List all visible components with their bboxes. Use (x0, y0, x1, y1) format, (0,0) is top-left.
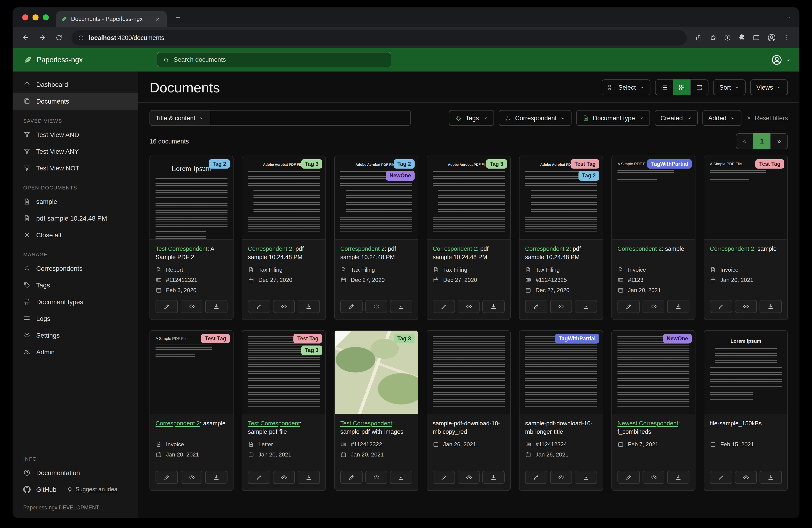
sidebar-item-test-view-any[interactable]: Test View ANY (13, 143, 138, 160)
reset-filters-button[interactable]: Reset filters (746, 114, 788, 122)
sidebar-open-document-pdf-sample[interactable]: pdf-sample 10.24.48 PM (13, 210, 138, 227)
view-grid-button[interactable] (673, 80, 691, 95)
document-thumbnail[interactable] (427, 331, 510, 414)
edit-document-button[interactable] (618, 300, 639, 313)
edit-document-button[interactable] (525, 471, 547, 484)
document-card[interactable]: A Simple PDF File TagWithPartial Corresp… (611, 156, 695, 320)
side-panel-icon[interactable] (753, 34, 760, 41)
document-thumbnail[interactable]: NewOne (612, 331, 695, 414)
share-icon[interactable] (695, 34, 702, 41)
view-document-button[interactable] (365, 471, 387, 484)
download-document-button[interactable] (298, 300, 320, 313)
pagination-next[interactable]: » (770, 133, 788, 149)
document-correspondent-link[interactable]: Correspondent 2 (248, 245, 292, 252)
edit-document-button[interactable] (340, 300, 362, 313)
document-correspondent-link[interactable]: Correspondent 2 (433, 245, 477, 252)
view-document-button[interactable] (365, 300, 387, 313)
document-card[interactable]: Adobe Acrobat PDF Files Tag 3 Correspond… (242, 156, 326, 320)
close-window-button[interactable] (22, 14, 28, 20)
tag-badge[interactable]: Tag 2 (394, 159, 415, 169)
suggest-idea-link[interactable]: Suggest an idea (67, 486, 117, 493)
view-document-button[interactable] (735, 300, 757, 313)
maximize-window-button[interactable] (43, 14, 49, 20)
document-thumbnail[interactable]: A Simple PDF File Test Tag (150, 331, 233, 414)
document-thumbnail[interactable]: Adobe Acrobat PDF Files Tag 3 (427, 156, 510, 240)
edit-document-button[interactable] (156, 300, 177, 313)
document-thumbnail[interactable]: Test TagTag 3 (242, 331, 325, 414)
document-correspondent-link[interactable]: Correspondent 2 (710, 245, 754, 252)
download-document-button[interactable] (390, 300, 412, 313)
tag-badge[interactable]: Tag 2 (209, 159, 230, 169)
download-document-button[interactable] (760, 300, 782, 313)
search-input[interactable] (174, 56, 385, 63)
document-card[interactable]: TagWithPartial sample-pdf-download-10-mb… (519, 330, 603, 491)
document-card[interactable]: Tag 3 Test Correspondent: sample-pdf-wit… (334, 330, 418, 491)
sidebar-open-document-sample[interactable]: sample (13, 193, 138, 210)
added-filter-button[interactable]: Added (702, 110, 741, 126)
document-thumbnail[interactable]: A Simple PDF File Test Tag (704, 156, 787, 240)
download-document-button[interactable] (483, 300, 505, 313)
browser-menu-kebab-icon[interactable] (783, 34, 791, 41)
tag-badge[interactable]: Tag 3 (486, 159, 507, 169)
download-document-button[interactable] (298, 471, 320, 484)
view-document-button[interactable] (550, 471, 572, 484)
extensions-puzzle-icon[interactable] (738, 34, 745, 41)
document-thumbnail[interactable]: Adobe Acrobat PDF Files Tag 3 (242, 156, 325, 240)
download-document-button[interactable] (667, 471, 690, 484)
view-document-button[interactable] (273, 471, 295, 484)
address-bar[interactable]: localhost:4200/documents (72, 30, 687, 45)
edit-document-button[interactable] (156, 471, 177, 484)
view-list-button[interactable] (655, 80, 673, 95)
edit-document-button[interactable] (618, 471, 639, 484)
created-filter-button[interactable]: Created (654, 110, 698, 126)
tab-search-chevron-icon[interactable] (785, 14, 792, 20)
tag-badge[interactable]: TagWithPartial (555, 334, 599, 343)
document-card[interactable]: Adobe Acrobat PDF Files Tag 3 Correspond… (427, 156, 511, 320)
document-card[interactable]: Lorem ipsum file-sample_150kBs Feb 15, 2… (704, 330, 788, 491)
tag-badge[interactable]: Test Tag (201, 334, 230, 343)
sidebar-item-document-types[interactable]: Document types (13, 294, 138, 310)
sidebar-close-all[interactable]: Close all (13, 227, 138, 243)
document-card[interactable]: Adobe Acrobat PDF Files Tag 2NewOne Corr… (334, 156, 418, 320)
edit-document-button[interactable] (433, 471, 455, 484)
download-document-button[interactable] (667, 300, 690, 313)
global-search[interactable] (157, 52, 391, 67)
document-correspondent-link[interactable]: Correspondent 2 (156, 420, 200, 427)
tag-badge[interactable]: Tag 3 (394, 334, 415, 343)
edit-document-button[interactable] (340, 471, 362, 484)
back-icon[interactable] (18, 30, 33, 45)
edit-document-button[interactable] (433, 300, 455, 313)
view-document-button[interactable] (550, 300, 572, 313)
sidebar-item-settings[interactable]: Settings (13, 327, 138, 344)
title-content-dropdown[interactable]: Title & content (149, 110, 210, 126)
tag-badge[interactable]: Test Tag (571, 159, 599, 169)
view-document-button[interactable] (642, 471, 664, 484)
document-correspondent-link[interactable]: Correspondent 2 (340, 245, 385, 252)
edit-document-button[interactable] (248, 300, 270, 313)
download-document-button[interactable] (205, 300, 228, 313)
tag-badge[interactable]: NewOne (663, 334, 692, 343)
download-document-button[interactable] (575, 300, 597, 313)
download-document-button[interactable] (390, 471, 412, 484)
sidebar-item-logs[interactable]: Logs (13, 310, 138, 327)
document-correspondent-link[interactable]: Test Correspondent (340, 420, 392, 427)
view-details-button[interactable] (691, 80, 709, 95)
sort-button[interactable]: Sort (713, 80, 746, 95)
title-content-input[interactable] (210, 110, 411, 126)
sidebar-item-admin[interactable]: Admin (13, 344, 138, 360)
document-card[interactable]: Adobe Acrobat PDF Files Test TagTag 2 Co… (519, 156, 603, 320)
sidebar-item-documentation[interactable]: Documentation (13, 465, 138, 481)
sidebar-item-test-view-not[interactable]: Test View NOT (13, 160, 138, 176)
edit-document-button[interactable] (710, 300, 732, 313)
browser-profile-avatar[interactable] (767, 33, 776, 42)
forward-icon[interactable] (34, 30, 50, 45)
status-badge-icon[interactable] (724, 34, 731, 41)
sidebar-item-github[interactable]: GitHub Suggest an idea (13, 481, 138, 498)
tag-badge[interactable]: NewOne (386, 171, 415, 181)
view-document-button[interactable] (180, 471, 202, 484)
document-card[interactable]: Lorem Ipsum Tag 2 Test Correspondent: A … (149, 156, 233, 320)
tag-badge[interactable]: Test Tag (294, 334, 322, 343)
reload-icon[interactable] (51, 30, 67, 45)
document-correspondent-link[interactable]: Correspondent 2 (618, 245, 662, 252)
view-document-button[interactable] (458, 471, 480, 484)
